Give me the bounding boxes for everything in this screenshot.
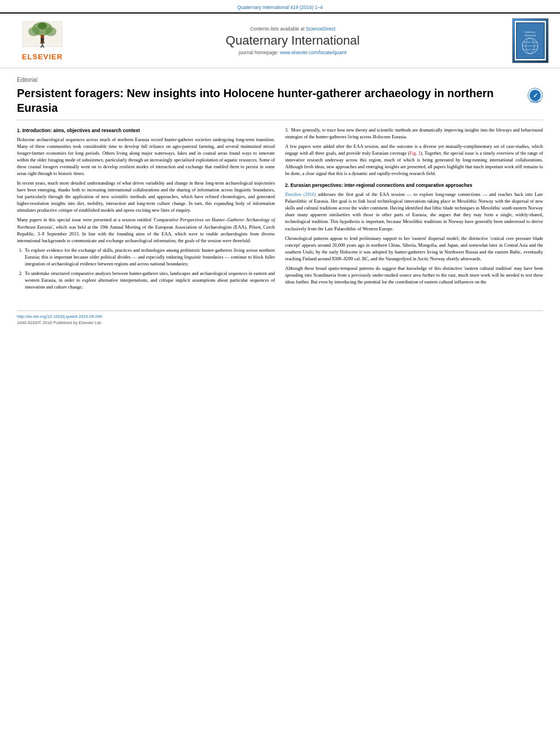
elsevier-tree-icon (20, 20, 65, 51)
citation-text: Quaternary International 419 (2016) 1–4 (237, 5, 323, 10)
svg-point-3 (45, 27, 56, 36)
journal-thumbnail: Quaternary International (512, 18, 549, 63)
section2-heading: 2. Eurasian perspectives: inter-regional… (285, 182, 543, 189)
journal-cover-icon: Quaternary International (516, 21, 545, 60)
fig1-link[interactable]: Fig. 1 (410, 151, 421, 156)
section2-para3: Although these broad spatio-temporal pat… (285, 265, 543, 286)
elsevier-logo: ELSEVIER (11, 20, 73, 61)
section2-para2: Chronological patterns appear to lend pr… (285, 235, 543, 263)
damlien-ref-link[interactable]: Damlien (2016) (285, 192, 316, 197)
journal-header: ELSEVIER Contents lists available at Sci… (0, 12, 560, 68)
journal-thumb-inner: Quaternary International (515, 21, 546, 60)
section1-para2: In recent years, much more detailed unde… (17, 180, 275, 214)
section1-para1: Holocene archaeological sequences across… (17, 137, 275, 177)
svg-point-6 (41, 38, 44, 41)
sciencedirect-link[interactable]: ScienceDirect (306, 26, 335, 32)
journal-title-header: Quaternary International (73, 33, 512, 48)
svg-text:International: International (524, 34, 536, 37)
doi-line: http://dx.doi.org/10.1016/j.quaint.2016.… (17, 314, 543, 319)
goals-list: To explore evidence for the exchange of … (24, 247, 275, 291)
right-item3: 3. More generally, to trace how new theo… (285, 127, 543, 141)
article-title: Persistent foragers: New insights into H… (17, 86, 543, 120)
left-column: 1. Introduction: aims, objectives and re… (17, 127, 275, 294)
page-wrapper: Quaternary International 419 (2016) 1–4 (0, 0, 560, 747)
section1-heading: 1. Introduction: aims, objectives and re… (17, 127, 275, 134)
section1-heading-text: 1. Introduction: aims, objectives and re… (17, 128, 140, 133)
section2-para1: Damlien (2016) addresses the first goal … (285, 191, 543, 232)
list-item-2: To undertake structured comparative anal… (24, 270, 275, 291)
header-center: Contents lists available at ScienceDirec… (73, 26, 512, 55)
section1-para3: Many papers in this special issue were p… (17, 217, 275, 244)
article-title-text: Persistent foragers: New insights into H… (17, 86, 522, 115)
right-para1: A few papers were added after the EAA se… (285, 143, 543, 177)
contents-available-line: Contents lists available at ScienceDirec… (73, 26, 512, 32)
svg-text:Quaternary: Quaternary (525, 31, 536, 33)
doi-link[interactable]: http://dx.doi.org/10.1016/j.quaint.2016.… (17, 314, 102, 319)
article-footer: http://dx.doi.org/10.1016/j.quaint.2016.… (17, 311, 543, 325)
svg-point-2 (28, 27, 40, 36)
section2-heading-text: 2. Eurasian perspectives: inter-regional… (285, 182, 473, 188)
svg-rect-12 (517, 23, 544, 58)
two-column-body: 1. Introduction: aims, objectives and re… (17, 127, 543, 294)
right-column: 3. More generally, to trace how new theo… (285, 127, 543, 294)
main-content: Editorial Persistent foragers: New insig… (0, 68, 560, 305)
journal-homepage-link[interactable]: www.elsevier.com/locate/quaint (280, 50, 347, 55)
homepage-line: journal homepage: www.elsevier.com/locat… (73, 50, 512, 55)
article-type-label: Editorial (17, 77, 543, 83)
copyright-line: 1040-6182/© 2016 Published by Elsevier L… (17, 320, 543, 325)
elsevier-wordmark: ELSEVIER (22, 53, 63, 61)
list-item-1: To explore evidence for the exchange of … (24, 247, 275, 268)
top-citation: Quaternary International 419 (2016) 1–4 (0, 0, 560, 12)
svg-point-5 (38, 23, 47, 29)
svg-text:✓: ✓ (533, 92, 538, 99)
crossmark-badge-icon: ✓ CrossMark (527, 88, 543, 103)
svg-text:CrossMark: CrossMark (530, 101, 540, 103)
